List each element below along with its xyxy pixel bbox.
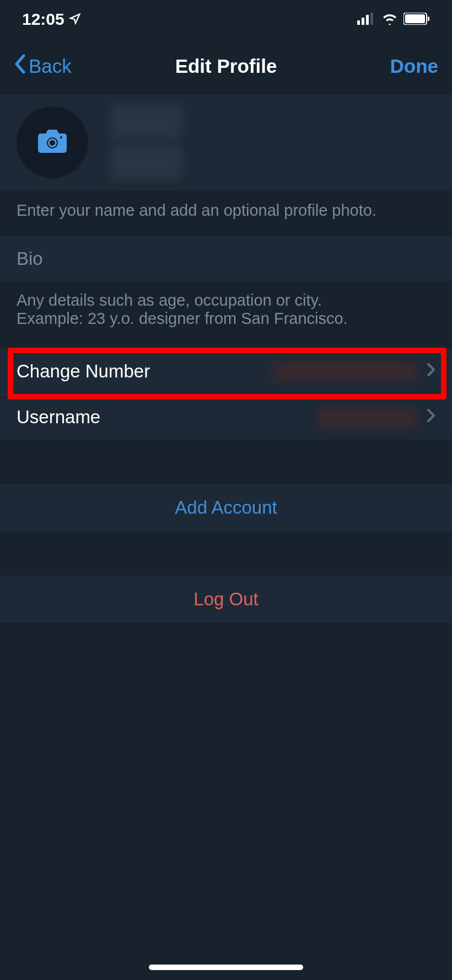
svg-point-9 bbox=[60, 136, 62, 139]
nav-header: Back Edit Profile Done bbox=[0, 39, 452, 94]
svg-rect-6 bbox=[428, 17, 429, 21]
bio-field[interactable]: Bio bbox=[0, 236, 452, 281]
username-label: Username bbox=[17, 407, 100, 428]
back-button[interactable]: Back bbox=[14, 54, 72, 78]
battery-icon bbox=[403, 10, 430, 29]
svg-rect-1 bbox=[362, 18, 364, 25]
location-icon bbox=[69, 10, 81, 29]
name-help-text: Enter your name and add an optional prof… bbox=[0, 190, 452, 236]
svg-rect-0 bbox=[357, 20, 360, 25]
chevron-left-icon bbox=[14, 54, 26, 78]
bio-help-text: Any details such as age, occupation or c… bbox=[0, 281, 452, 349]
chevron-right-icon bbox=[427, 408, 435, 427]
done-button[interactable]: Done bbox=[390, 55, 439, 77]
camera-icon bbox=[38, 130, 67, 155]
phone-number-value bbox=[273, 362, 417, 381]
svg-rect-3 bbox=[370, 13, 373, 25]
home-indicator[interactable] bbox=[149, 965, 303, 970]
wifi-icon bbox=[381, 10, 398, 29]
change-number-label: Change Number bbox=[17, 361, 150, 382]
status-bar: 12:05 bbox=[0, 0, 452, 39]
first-name-field[interactable] bbox=[110, 104, 182, 140]
profile-photo-name-section bbox=[0, 94, 452, 190]
status-time: 12:05 bbox=[22, 10, 64, 29]
last-name-field[interactable] bbox=[110, 145, 182, 180]
add-account-button[interactable]: Add Account bbox=[0, 484, 452, 531]
username-value bbox=[318, 408, 417, 427]
change-number-row[interactable]: Change Number bbox=[0, 349, 452, 394]
chevron-right-icon bbox=[427, 362, 435, 381]
username-row[interactable]: Username bbox=[0, 394, 452, 440]
svg-rect-5 bbox=[405, 14, 425, 23]
signal-icon bbox=[357, 10, 376, 29]
profile-photo-button[interactable] bbox=[17, 106, 88, 178]
back-label: Back bbox=[29, 55, 72, 77]
account-settings-list: Change Number Username bbox=[0, 349, 452, 440]
log-out-button[interactable]: Log Out bbox=[0, 576, 452, 623]
svg-rect-2 bbox=[366, 15, 369, 25]
page-title: Edit Profile bbox=[175, 55, 277, 77]
